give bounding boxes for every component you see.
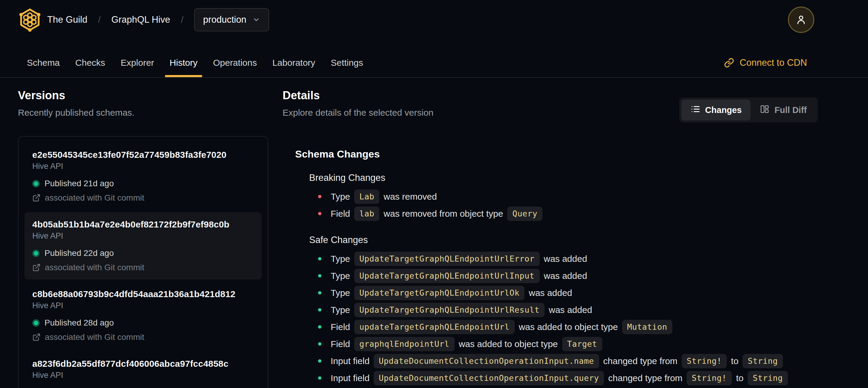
user-avatar[interactable] [788,7,814,33]
changes-section-title: Safe Changes [309,235,790,245]
version-status-label: Published 28d ago [44,318,114,328]
version-list-item[interactable]: e2e55045345ce13fe07f52a77459b83fa3fe7020… [25,143,262,210]
external-link-icon [32,194,41,202]
bullet-icon [318,195,321,198]
code-chip: UpdateTargetGraphQLEndpointUrlResult [354,303,545,317]
tab-laboratory[interactable]: Laboratory [265,49,323,77]
code-chip: graphqlEndpointUrl [354,337,455,351]
tab-operations[interactable]: Operations [205,49,265,77]
version-status: Published 28d ago [32,318,254,328]
tab-history[interactable]: History [162,49,205,77]
version-service: Hive API [32,162,254,171]
bullet-icon [318,342,321,346]
bullet-icon [318,274,321,277]
change-row: Input fieldUpdateDocumentCollectionOpera… [309,352,790,369]
bullet-icon [318,376,321,380]
breadcrumb-separator: / [98,14,100,25]
list-icon [690,104,701,116]
bullet-icon [318,308,321,311]
code-chip: String! [687,371,732,385]
code-chip: String [743,354,783,368]
code-chip: Lab [354,189,379,204]
target-selector-value: production [203,14,246,25]
version-status-label: Published 22d ago [44,248,114,258]
change-text: was added [549,305,592,315]
tab-checks[interactable]: Checks [67,49,113,77]
tab-explorer[interactable]: Explorer [113,49,162,77]
change-row: Fieldlabwas removed from object typeQuer… [309,205,790,222]
view-toggle-changes[interactable]: Changes [681,99,751,120]
external-link-icon [32,333,41,341]
versions-subtitle: Recently published schemas. [18,108,134,118]
bullet-icon [318,325,321,329]
bullet-icon [318,291,321,294]
change-text: to [731,356,738,366]
published-dot-icon [32,249,40,257]
bullet-icon [318,359,321,363]
change-text: was added to object type [519,322,618,332]
chevron-down-icon [252,16,260,24]
version-list-item[interactable]: a823f6db2a55df877dcf406006abca97fcc4858c… [25,352,262,388]
change-row: TypeUpdateTargetGraphQLEndpointUrlInputw… [309,267,790,284]
change-row: FieldupdateTargetGraphQLEndpointUrlwas a… [309,318,790,335]
view-toggle-label: Changes [705,105,742,115]
version-service: Hive API [32,231,254,241]
version-list-item[interactable]: 4b05ab51b1b4a7e2e4b0ef82172f2b9f7ef98c0b… [25,212,262,279]
changes-section: Breaking Changes TypeLabwas removed Fiel… [309,173,790,222]
version-list-item[interactable]: c8b6e88a06793b9c4dfd54aaa21b36a1b421d812… [25,282,262,349]
change-text: was added [529,288,572,298]
version-git-link[interactable]: associated with Git commit [32,263,254,272]
tab-schema[interactable]: Schema [19,49,67,77]
changes-list: TypeUpdateTargetGraphQLEndpointUrlErrorw… [309,250,790,387]
change-text: was added [544,254,587,264]
change-text: was added to object type [459,339,558,349]
tab-settings[interactable]: Settings [323,49,371,77]
view-toggle-full-diff[interactable]: Full Diff [751,99,816,120]
change-text: Field [331,339,350,349]
changes-section-title: Breaking Changes [309,173,790,183]
code-chip: Mutation [622,320,672,334]
breadcrumb: The Guild / GraphQL Hive / production [47,8,269,31]
version-service: Hive API [32,301,254,310]
code-chip: Query [507,207,542,221]
changes-sections: Breaking Changes TypeLabwas removed Fiel… [295,173,790,387]
change-text: changed type from [603,356,677,366]
change-row: Input fieldUpdateDocumentCollectionOpera… [309,369,790,387]
change-row: TypeUpdateTargetGraphQLEndpointUrlResult… [309,301,790,318]
change-row: TypeUpdateTargetGraphQLEndpointUrlOkwas … [309,284,790,301]
code-chip: String! [682,354,727,368]
change-row: TypeUpdateTargetGraphQLEndpointUrlErrorw… [309,250,790,267]
change-text: was removed from object type [383,209,503,219]
version-hash: 4b05ab51b1b4a7e2e4b0ef82172f2b9f7ef98c0b [32,219,254,230]
person-icon [795,14,807,26]
version-git-link[interactable]: associated with Git commit [32,332,254,342]
breadcrumb-project[interactable]: GraphQL Hive [112,14,170,25]
change-text: changed type from [608,373,682,383]
version-hash: c8b6e88a06793b9c4dfd54aaa21b36a1b421d812 [32,289,254,299]
external-link-icon [32,263,41,272]
change-text: was added [544,271,587,281]
code-chip: String [748,371,788,385]
code-chip: lab [354,207,379,221]
change-row: FieldgraphqlEndpointUrlwas added to obje… [309,335,790,352]
view-toggle: ChangesFull Diff [679,97,818,123]
version-git-label: associated with Git commit [45,263,144,272]
change-text: Type [331,191,350,202]
version-status-label: Published 21d ago [44,179,114,188]
details-title: Details [283,89,320,102]
breadcrumb-separator: / [181,14,183,25]
hive-logo-icon[interactable] [17,7,42,32]
versions-title: Versions [18,89,65,102]
version-hash: e2e55045345ce13fe07f52a77459b83fa3fe7020 [32,150,254,160]
version-git-link[interactable]: associated with Git commit [32,193,254,203]
breadcrumb-org[interactable]: The Guild [47,14,87,25]
change-text: Type [331,305,350,315]
connect-to-cdn-label: Connect to CDN [740,57,807,68]
changes-section: Safe Changes TypeUpdateTargetGraphQLEndp… [309,235,790,387]
link-icon [724,58,734,68]
code-chip: UpdateDocumentCollectionOperationInput.q… [374,371,604,385]
target-selector[interactable]: production [194,8,269,31]
columns-icon [760,104,770,116]
schema-changes-title: Schema Changes [295,148,790,160]
connect-to-cdn-button[interactable]: Connect to CDN [724,49,807,77]
